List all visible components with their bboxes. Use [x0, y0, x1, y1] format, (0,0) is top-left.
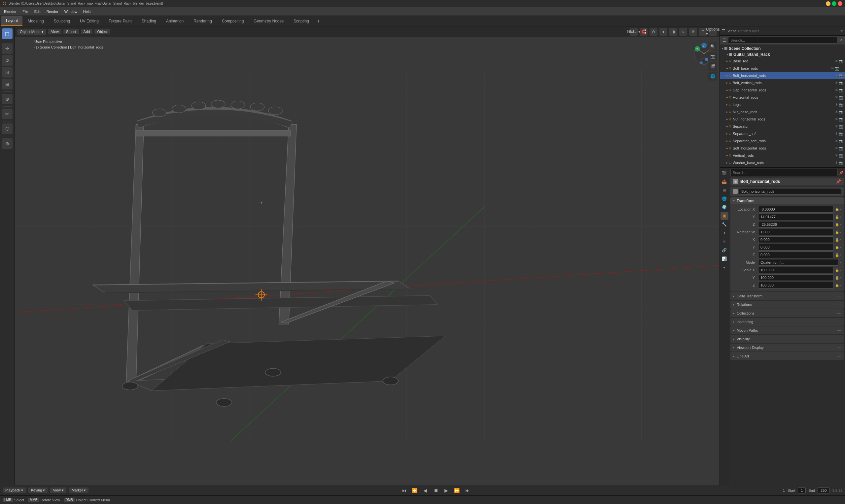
end-frame-input[interactable]: 250: [817, 487, 829, 493]
collections-header[interactable]: ▸ Collections —: [730, 309, 844, 317]
eye-icon-base-rod[interactable]: 👁: [835, 59, 839, 64]
minimize-button[interactable]: ─: [826, 1, 830, 6]
tab-scripting[interactable]: Scripting: [289, 16, 314, 26]
playback-dropdown[interactable]: Playback ▾: [3, 487, 26, 493]
scale-y-lock[interactable]: 🔒: [835, 276, 839, 280]
move-tool-button[interactable]: ✛: [2, 43, 13, 54]
location-y-input[interactable]: [758, 214, 834, 220]
menu-help[interactable]: Help: [81, 9, 93, 14]
prop-tab-scene[interactable]: 🌐: [721, 195, 728, 203]
rotation-z-input[interactable]: [758, 252, 834, 258]
scale-z-anim[interactable]: •: [840, 284, 841, 287]
eye-icon-cap-horiz[interactable]: 👁: [835, 88, 839, 92]
camera-icon-base-rod[interactable]: 📷: [839, 59, 844, 64]
outliner-item-base-rod[interactable]: ▸ ▽ Base_rod 👁 📷: [720, 57, 845, 65]
tab-animation[interactable]: Animation: [161, 16, 188, 26]
outliner-item-washer[interactable]: ▸ ▽ Washer_base_rods 👁 📷: [720, 159, 845, 166]
close-button[interactable]: ×: [838, 1, 842, 6]
snap-toggle[interactable]: 🧲: [640, 28, 648, 36]
eye-icon-nut-base[interactable]: 👁: [835, 110, 839, 114]
location-x-input[interactable]: [758, 206, 834, 213]
filter-icon[interactable]: ⧩: [840, 29, 843, 33]
prop-tab-world[interactable]: 🌍: [721, 203, 728, 211]
properties-pin-icon[interactable]: 📌: [839, 170, 844, 175]
rotate-tool-button[interactable]: ↺: [2, 55, 13, 66]
transform-tool-button[interactable]: ⊞: [2, 79, 13, 89]
view-dropdown[interactable]: View ▾: [50, 487, 66, 493]
viewport-add-menu[interactable]: Add: [81, 29, 93, 34]
eye-icon-nut-horiz[interactable]: 👁: [835, 117, 839, 122]
proportional-edit[interactable]: ⊙: [650, 28, 657, 36]
keying-dropdown[interactable]: Keying ▾: [29, 487, 48, 493]
prop-pin-button[interactable]: 📌: [836, 179, 841, 184]
tab-shading[interactable]: Shading: [137, 16, 161, 26]
delta-transform-header[interactable]: ▸ Delta Transform —: [730, 292, 844, 300]
camera-icon-nut-horiz[interactable]: 📷: [839, 117, 844, 122]
annotate-tool-button[interactable]: ✏: [2, 109, 13, 119]
rot-z-lock[interactable]: 🔒: [835, 253, 839, 257]
visibility-header[interactable]: ▸ Visibility —: [730, 335, 844, 343]
tab-uv-editing[interactable]: UV Editing: [75, 16, 103, 26]
motion-paths-header[interactable]: ▸ Motion Paths —: [730, 326, 844, 334]
eye-icon-horiz-rods[interactable]: 👁: [835, 95, 839, 100]
menu-blender[interactable]: Blender: [1, 9, 19, 14]
tab-texture-paint[interactable]: Texture Paint: [104, 16, 136, 26]
main-collection-header[interactable]: ▾ ⊞ Guitar_Stand_Rack: [720, 52, 845, 57]
tab-layout[interactable]: Layout: [1, 16, 22, 26]
outliner-item-bolt-vertical[interactable]: ▸ ▽ Bolt_vertical_rods 👁 📷: [720, 79, 845, 87]
viewport-shading-material[interactable]: ◑: [669, 28, 677, 36]
menu-window[interactable]: Window: [62, 9, 80, 14]
prev-frame-button[interactable]: ⏪: [411, 486, 419, 494]
eye-icon-washer[interactable]: 👁: [835, 161, 839, 165]
menu-edit[interactable]: Edit: [32, 9, 43, 14]
viewport-object-menu[interactable]: Object: [94, 29, 110, 34]
eye-icon-vert-rods[interactable]: 👁: [835, 154, 839, 158]
camera-icon-cap-horiz[interactable]: 📷: [839, 88, 844, 92]
prop-tab-view-layer[interactable]: ⊞: [721, 186, 728, 194]
stop-button[interactable]: ⏹: [432, 486, 440, 494]
play-reverse-button[interactable]: ◀: [421, 486, 429, 494]
camera-icon-horiz-rods[interactable]: 📷: [839, 95, 844, 100]
camera-icon-legs[interactable]: 📷: [839, 103, 844, 107]
select-tool-button[interactable]: ⬚: [2, 29, 13, 39]
viewport-view-menu[interactable]: View: [48, 29, 61, 34]
viewport-shading-rendered[interactable]: ○: [679, 28, 687, 36]
loc-y-anim[interactable]: •: [840, 215, 841, 219]
eye-icon-sep-soft[interactable]: 👁: [835, 132, 839, 136]
instancing-header[interactable]: ▸ Instancing —: [730, 318, 844, 326]
prop-tab-particle[interactable]: ✦: [721, 229, 728, 237]
prop-tab-material[interactable]: ●: [721, 264, 728, 271]
scale-x-input[interactable]: [758, 267, 834, 273]
scale-y-input[interactable]: [758, 274, 834, 281]
viewport-select-menu[interactable]: Select: [64, 29, 79, 34]
prop-tab-object[interactable]: ▣: [721, 212, 728, 220]
prop-tab-data[interactable]: 📊: [721, 255, 728, 263]
viewport-global-dropdown[interactable]: Global ▾: [630, 28, 638, 36]
outliner-item-bolt-base-rods[interactable]: ▸ ▽ Bolt_base_rods 👁 📷 ⋯: [720, 65, 845, 72]
outliner-item-legs[interactable]: ▸ ▽ Legs 👁 📷: [720, 101, 845, 108]
viewport-shading-solid[interactable]: ●: [659, 28, 667, 36]
loc-z-anim[interactable]: •: [840, 223, 841, 227]
camera-icon-bolt-horiz[interactable]: 📷: [839, 74, 844, 78]
outliner-item-cap-horiz[interactable]: ▸ ▽ Cap_horizontal_rods 👁 📷: [720, 87, 845, 94]
rotation-y-input[interactable]: [758, 244, 834, 251]
viewport-search-button[interactable]: 🔍: [708, 42, 717, 51]
rot-z-anim[interactable]: •: [840, 253, 841, 257]
rot-x-anim[interactable]: •: [840, 238, 841, 241]
camera-icon-nut-base[interactable]: 📷: [839, 110, 844, 114]
menu-file[interactable]: File: [20, 9, 31, 14]
tab-compositing[interactable]: Compositing: [217, 16, 249, 26]
viewport-options-button[interactable]: Options ▾: [709, 28, 717, 36]
outliner-search-input[interactable]: [728, 37, 838, 43]
scale-z-lock[interactable]: 🔒: [835, 284, 839, 287]
line-art-header[interactable]: ▸ Line Art —: [730, 352, 844, 360]
outliner-item-vertical-rods[interactable]: ▸ ▽ Vertical_rods 👁 📷: [720, 152, 845, 159]
outliner-item-nut-base-rods[interactable]: ▸ ▽ Nut_base_rods 👁 📷: [720, 108, 845, 115]
eye-icon-bolt-vert[interactable]: 👁: [835, 81, 839, 85]
loc-z-lock[interactable]: 🔒: [835, 223, 839, 227]
transform-minus-icon[interactable]: —: [838, 199, 841, 203]
scale-z-input[interactable]: [758, 282, 834, 288]
eye-icon-legs[interactable]: 👁: [835, 103, 839, 107]
rotation-w-input[interactable]: [758, 229, 834, 235]
camera-icon-bolt-vert[interactable]: 📷: [839, 81, 844, 85]
